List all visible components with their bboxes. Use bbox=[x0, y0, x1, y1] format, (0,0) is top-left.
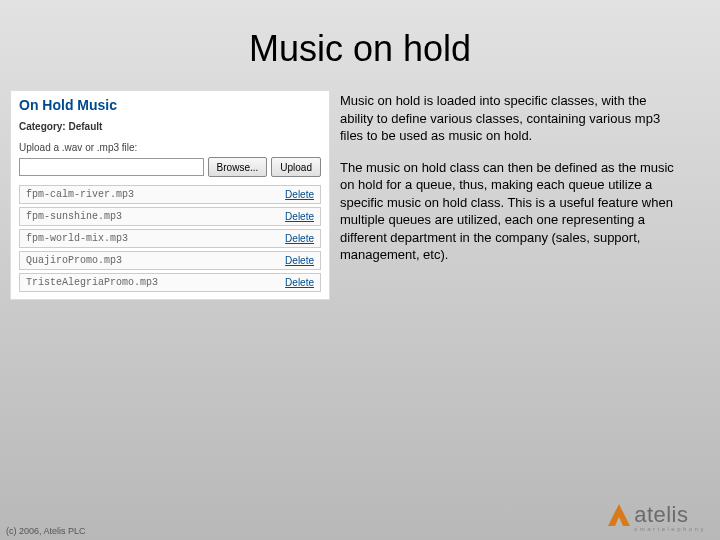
panel-category: Category: Default bbox=[19, 121, 321, 132]
file-name: fpm-world-mix.mp3 bbox=[26, 233, 128, 244]
description-p1: Music on hold is loaded into specific cl… bbox=[340, 92, 680, 145]
logo-tagline: smartelephony bbox=[634, 526, 706, 532]
file-row: TristeAlegriaPromo.mp3 Delete bbox=[19, 273, 321, 292]
file-path-input[interactable] bbox=[19, 158, 204, 176]
config-panel: On Hold Music Category: Default Upload a… bbox=[10, 90, 330, 300]
browse-button[interactable]: Browse... bbox=[208, 157, 268, 177]
delete-link[interactable]: Delete bbox=[285, 277, 314, 288]
file-name: TristeAlegriaPromo.mp3 bbox=[26, 277, 158, 288]
file-row: QuajiroPromo.mp3 Delete bbox=[19, 251, 321, 270]
file-name: fpm-sunshine.mp3 bbox=[26, 211, 122, 222]
delete-link[interactable]: Delete bbox=[285, 211, 314, 222]
delete-link[interactable]: Delete bbox=[285, 255, 314, 266]
file-row: fpm-calm-river.mp3 Delete bbox=[19, 185, 321, 204]
slide-title: Music on hold bbox=[0, 28, 720, 70]
upload-row: Browse... Upload bbox=[19, 157, 321, 177]
file-name: fpm-calm-river.mp3 bbox=[26, 189, 134, 200]
file-row: fpm-world-mix.mp3 Delete bbox=[19, 229, 321, 248]
file-row: fpm-sunshine.mp3 Delete bbox=[19, 207, 321, 226]
file-name: QuajiroPromo.mp3 bbox=[26, 255, 122, 266]
panel-title: On Hold Music bbox=[19, 97, 321, 113]
upload-label: Upload a .wav or .mp3 file: bbox=[19, 142, 321, 153]
description-p2: The music on hold class can then be defi… bbox=[340, 159, 680, 264]
logo: atelis smartelephony bbox=[606, 502, 706, 532]
delete-link[interactable]: Delete bbox=[285, 189, 314, 200]
delete-link[interactable]: Delete bbox=[285, 233, 314, 244]
description-block: Music on hold is loaded into specific cl… bbox=[340, 92, 680, 278]
upload-button[interactable]: Upload bbox=[271, 157, 321, 177]
copyright-footer: (c) 2006, Atelis PLC bbox=[6, 526, 86, 536]
logo-name: atelis bbox=[634, 504, 706, 526]
logo-mark-icon bbox=[606, 502, 632, 532]
